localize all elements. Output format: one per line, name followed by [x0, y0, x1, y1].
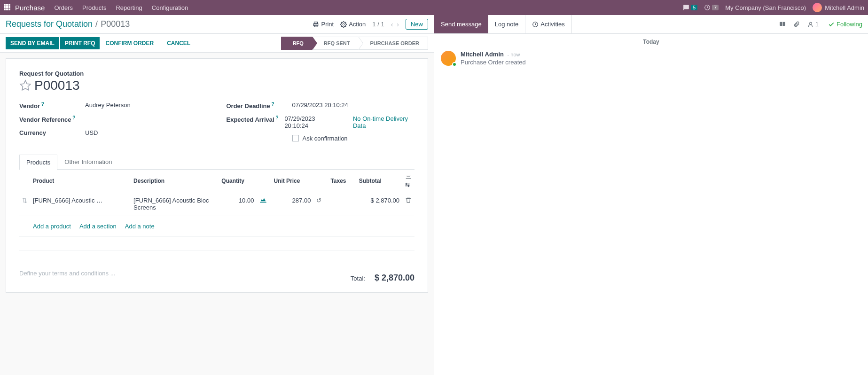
log-note-button[interactable]: Log note: [488, 15, 526, 33]
breadcrumb-current: P00013: [101, 19, 130, 29]
chat-icon[interactable]: 5: [683, 4, 697, 11]
book-icon[interactable]: [775, 21, 790, 28]
user-menu[interactable]: Mitchell Admin: [813, 3, 864, 12]
help-icon[interactable]: ?: [274, 115, 279, 120]
th-unit-price: Unit Price: [271, 170, 313, 192]
svg-point-4: [343, 23, 344, 25]
delete-row-icon[interactable]: [402, 192, 414, 216]
tab-products[interactable]: Products: [19, 155, 57, 170]
label-currency: Currency: [19, 129, 85, 136]
following-button[interactable]: Following: [822, 21, 868, 28]
new-button[interactable]: New: [406, 19, 428, 30]
nav-orders[interactable]: Orders: [54, 4, 73, 11]
status-bar: SEND BY EMAIL PRINT RFQ CONFIRM ORDER CA…: [0, 34, 434, 53]
cell-description[interactable]: [FURN_6666] Acoustic Bloc Screens: [131, 192, 219, 216]
forecast-icon[interactable]: [257, 192, 271, 216]
cancel-button[interactable]: CANCEL: [162, 37, 195, 49]
history-icon[interactable]: ↺: [313, 192, 328, 216]
terms-input[interactable]: Define your terms and conditions ...: [19, 270, 330, 283]
cell-subtotal: $ 2,870.00: [356, 192, 402, 216]
message-day-separator: Today: [434, 34, 868, 47]
action-button[interactable]: Action: [340, 21, 366, 28]
record-name: P00013: [34, 78, 80, 93]
drag-handle-icon[interactable]: ⇅: [19, 192, 30, 216]
cell-taxes[interactable]: [328, 192, 356, 216]
label-arrival: Expected Arrival ?: [227, 115, 285, 123]
breadcrumb-sep: /: [95, 19, 98, 29]
print-rfq-button[interactable]: PRINT RFQ: [60, 37, 100, 49]
svg-marker-5: [20, 80, 31, 90]
label-deadline: Order Deadline ?: [227, 102, 292, 109]
avatar-icon: [441, 51, 456, 66]
stage-purchase-order[interactable]: PURCHASE ORDER: [358, 37, 428, 50]
add-note-link[interactable]: Add a note: [125, 223, 155, 230]
message-time: - now: [508, 52, 520, 57]
help-icon[interactable]: ?: [40, 102, 44, 107]
avatar-icon: [813, 3, 822, 12]
th-quantity: Quantity: [219, 170, 257, 192]
cell-product[interactable]: [FURN_6666] Acoustic …: [30, 192, 131, 216]
label-vendor: Vendor ?: [19, 102, 85, 109]
no-delivery-data-link[interactable]: No On-time Delivery Data: [353, 115, 414, 129]
activities-button[interactable]: Activities: [525, 15, 571, 33]
print-button[interactable]: Print: [313, 21, 334, 28]
th-product: Product: [30, 170, 131, 192]
pager-prev-icon[interactable]: ‹: [391, 21, 393, 28]
help-icon[interactable]: ?: [270, 102, 274, 107]
user-name: Mitchell Admin: [825, 4, 864, 11]
stage-rfq-sent[interactable]: RFQ SENT: [312, 37, 359, 50]
status-chevrons: RFQ RFQ SENT PURCHASE ORDER: [282, 37, 428, 50]
label-ask-confirmation: Ask confirmation: [303, 135, 348, 142]
total-label: Total:: [351, 275, 365, 282]
order-lines-table: Product Description Quantity Unit Price …: [19, 170, 414, 251]
form-subtitle: Request for Quotation: [19, 70, 414, 77]
total-value: $ 2,870.00: [375, 273, 414, 283]
table-row[interactable]: ⇅ [FURN_6666] Acoustic … [FURN_6666] Aco…: [19, 192, 414, 216]
confirm-order-button[interactable]: CONFIRM ORDER: [101, 37, 158, 49]
tab-other-information[interactable]: Other Information: [57, 154, 119, 169]
top-nav: Purchase Orders Products Reporting Confi…: [0, 0, 868, 15]
chatter-toolbar: Send message Log note Activities 1 Follo…: [434, 15, 868, 34]
followers-count[interactable]: 1: [804, 21, 822, 28]
svg-point-7: [810, 22, 812, 24]
attachment-icon[interactable]: [790, 21, 804, 28]
tabs: Products Other Information: [19, 154, 414, 170]
add-section-link[interactable]: Add a section: [79, 223, 117, 230]
chatter-panel: Send message Log note Activities 1 Follo…: [434, 15, 868, 375]
message: Mitchell Admin - now Purchase Order crea…: [434, 47, 868, 70]
pager: 1 / 1: [372, 21, 384, 28]
nav-configuration[interactable]: Configuration: [152, 4, 188, 11]
message-author[interactable]: Mitchell Admin: [461, 51, 504, 58]
help-icon[interactable]: ?: [71, 115, 76, 120]
apps-icon[interactable]: [4, 4, 11, 11]
app-brand[interactable]: Purchase: [15, 4, 45, 12]
star-icon[interactable]: [19, 79, 31, 92]
field-arrival[interactable]: 07/29/2023 20:10:24: [284, 115, 334, 129]
nav-products[interactable]: Products: [82, 4, 106, 11]
add-product-link[interactable]: Add a product: [33, 223, 71, 230]
field-deadline[interactable]: 07/29/2023 20:10:24: [292, 102, 348, 109]
stage-rfq[interactable]: RFQ: [281, 37, 313, 50]
field-vendor[interactable]: Audrey Peterson: [85, 102, 131, 109]
th-description: Description: [131, 170, 219, 192]
clock-icon[interactable]: 7: [704, 4, 719, 11]
company-selector[interactable]: My Company (San Francisco): [725, 4, 806, 11]
cell-unit-price[interactable]: 287.00: [271, 192, 313, 216]
breadcrumb-bar: Requests for Quotation / P00013 Print Ac…: [0, 15, 434, 34]
th-settings[interactable]: ⇆: [402, 170, 414, 192]
ask-confirmation-checkbox[interactable]: [292, 135, 299, 141]
th-subtotal: Subtotal: [356, 170, 402, 192]
nav-reporting[interactable]: Reporting: [116, 4, 142, 11]
cell-quantity[interactable]: 10.00: [219, 192, 257, 216]
pager-next-icon[interactable]: ›: [397, 21, 399, 28]
form-sheet: Request for Quotation P00013 Vendor ? Au…: [6, 58, 428, 293]
label-vendor-ref: Vendor Reference ?: [19, 115, 85, 123]
breadcrumb-root[interactable]: Requests for Quotation: [6, 19, 93, 29]
online-status-icon: [452, 62, 457, 67]
message-body: Purchase Order created: [461, 59, 526, 66]
field-currency[interactable]: USD: [85, 129, 98, 136]
clock-badge: 7: [712, 5, 719, 10]
send-message-button[interactable]: Send message: [434, 15, 488, 33]
send-by-email-button[interactable]: SEND BY EMAIL: [6, 37, 59, 49]
chat-badge: 5: [691, 5, 697, 10]
